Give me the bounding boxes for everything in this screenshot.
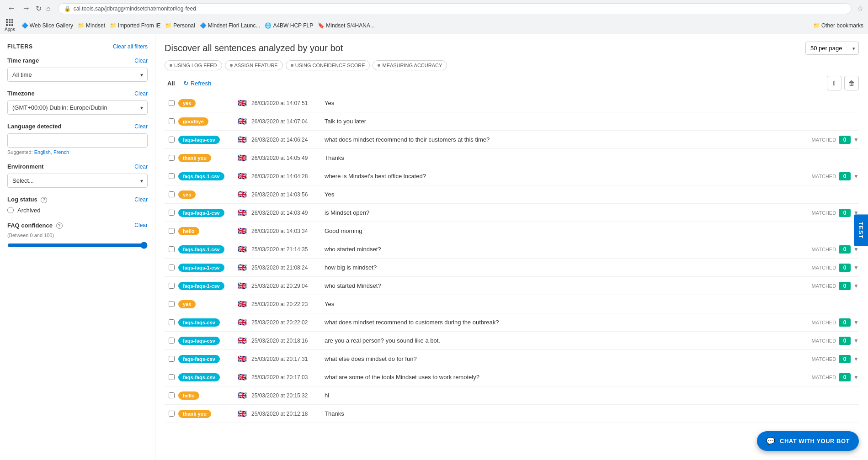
row-checkbox[interactable] (169, 283, 175, 289)
filter-tab-measuring-accuracy[interactable]: MEASURING ACCURACY (373, 60, 447, 70)
matched-chevron[interactable]: ▼ (853, 246, 859, 253)
row-checkbox[interactable] (169, 246, 175, 252)
filter-tab-measuring-accuracy-label: MEASURING ACCURACY (382, 63, 442, 68)
refresh-button[interactable]: ↻ Refresh (183, 79, 212, 87)
tag-label[interactable]: hello (178, 391, 199, 400)
archived-radio-label[interactable]: Archived (7, 207, 148, 214)
tag-label[interactable]: faqs-faqs-csv (178, 136, 220, 144)
time-range-select[interactable]: All time Last 24 hours Last 7 days Last … (7, 68, 148, 82)
tag-label[interactable]: goodbye (178, 117, 208, 126)
filter-tab-confidence-score[interactable]: USING CONFIDENCE SCORE (286, 60, 370, 70)
filter-tab-assign-feature[interactable]: ASSIGN FEATURE (225, 60, 283, 70)
row-tag: faqs-faqs-csv (178, 136, 233, 144)
matched-chevron[interactable]: ▼ (853, 283, 859, 289)
row-checkbox[interactable] (169, 264, 175, 270)
language-clear[interactable]: Clear (134, 123, 148, 130)
matched-chevron[interactable]: ▼ (853, 319, 859, 326)
language-input[interactable] (7, 133, 148, 148)
clear-all-filters-button[interactable]: Clear all filters (113, 43, 148, 50)
tag-label[interactable]: faqs-faqs-csv (178, 318, 220, 327)
tag-label[interactable]: faqs-faqs-1-csv (178, 282, 224, 290)
row-checkbox[interactable] (169, 338, 175, 344)
suggested-french[interactable]: French (53, 149, 69, 155)
row-tag: faqs-faqs-csv (178, 337, 233, 345)
time-range-clear[interactable]: Clear (134, 58, 148, 64)
matched-chevron[interactable]: ▼ (853, 137, 859, 143)
timezone-select[interactable]: (GMT+00:00) Dublin: Europe/Dublin (GMT+0… (7, 100, 148, 115)
filter-tab-log-feed[interactable]: USING LOG FEED (165, 60, 222, 70)
matched-chevron[interactable]: ▼ (853, 264, 859, 271)
matched-chevron[interactable]: ▼ (853, 173, 859, 180)
tag-label[interactable]: faqs-faqs-1-csv (178, 245, 224, 254)
tag-label[interactable]: yes (178, 300, 196, 308)
bookmark-web-slice[interactable]: 🔷 Web Slice Gallery (21, 22, 73, 29)
row-checkbox[interactable] (169, 228, 175, 234)
row-checkbox[interactable] (169, 137, 175, 143)
faq-confidence-slider[interactable] (7, 242, 148, 249)
tag-label[interactable]: thank you (178, 154, 211, 162)
chat-with-bot-button[interactable]: 💬 CHAT WITH YOUR BOT (757, 431, 859, 451)
row-checkbox[interactable] (169, 356, 175, 362)
matched-chevron[interactable]: ▼ (853, 338, 859, 344)
environment-select[interactable]: Select... Production Development Staging (7, 174, 148, 188)
row-checkbox[interactable] (169, 319, 175, 325)
tag-label[interactable]: faqs-faqs-csv (178, 355, 220, 363)
bookmark-fiori[interactable]: 🔷 Mindset Fiori Launc... (200, 22, 261, 29)
row-checkbox[interactable] (169, 173, 175, 179)
matched-label: MATCHED (812, 210, 836, 216)
row-checkbox[interactable] (169, 191, 175, 197)
row-time: 25/03/2020 at 21:14:35 (251, 246, 325, 253)
tag-label[interactable]: yes (178, 190, 196, 199)
test-button[interactable]: TEST (854, 214, 868, 246)
all-button[interactable]: All (165, 78, 178, 89)
row-checkbox[interactable] (169, 155, 175, 161)
matched-badge: 0 (839, 264, 851, 272)
tag-label[interactable]: faqs-faqs-1-csv (178, 264, 224, 272)
faq-confidence-help-icon[interactable]: ? (56, 222, 63, 229)
bookmark-s4hana[interactable]: 🔖 Mindset S/4HANA... (318, 22, 375, 29)
bookmark-mindset[interactable]: 📁 Mindset (78, 22, 105, 29)
bookmark-personal[interactable]: 📁 Personal (165, 22, 195, 29)
row-checkbox[interactable] (169, 210, 175, 216)
bookmark-star[interactable]: ☆ (857, 4, 863, 13)
tag-label[interactable]: thank you (178, 410, 211, 418)
tag-label[interactable]: yes (178, 99, 196, 107)
tag-label[interactable]: faqs-faqs-1-csv (178, 209, 224, 217)
apps-button[interactable]: Apps (5, 19, 15, 32)
row-checkbox[interactable] (169, 374, 175, 380)
row-checkbox[interactable] (169, 118, 175, 124)
upload-icon: ⇧ (831, 79, 837, 87)
row-message: what else does mindset do for fun? (325, 355, 812, 362)
upload-button[interactable]: ⇧ (827, 76, 841, 90)
matched-badge: 0 (839, 172, 851, 180)
tag-label[interactable]: faqs-faqs-csv (178, 337, 220, 345)
forward-button[interactable]: → (19, 3, 33, 14)
environment-clear[interactable]: Clear (134, 164, 148, 170)
back-button[interactable]: ← (5, 3, 18, 14)
row-checkbox[interactable] (169, 100, 175, 106)
bookmark-imported[interactable]: 📁 Imported From IE (110, 22, 160, 29)
row-checkbox[interactable] (169, 301, 175, 307)
per-page-select[interactable]: 25 per page 50 per page 100 per page (805, 42, 859, 55)
home-button[interactable]: ⌂ (44, 4, 53, 14)
reload-button[interactable]: ↻ (34, 3, 43, 14)
matched-chevron[interactable]: ▼ (853, 374, 859, 381)
address-bar-url[interactable]: cai.tools.sap/jdbragg/mindsetchat/monito… (74, 5, 196, 12)
log-status-clear[interactable]: Clear (134, 196, 148, 203)
faq-confidence-clear[interactable]: Clear (134, 222, 148, 228)
tag-label[interactable]: faqs-faqs-1-csv (178, 172, 224, 180)
timezone-clear[interactable]: Clear (134, 90, 148, 97)
log-status-help-icon[interactable]: ? (41, 197, 47, 203)
matched-chevron[interactable]: ▼ (853, 356, 859, 362)
tab-dot-4 (378, 64, 380, 67)
suggested-english[interactable]: English (34, 149, 51, 155)
bookmark-other[interactable]: 📁 Other bookmarks (813, 22, 863, 29)
row-checkbox[interactable] (169, 392, 175, 398)
log-row: thank you 🇬🇧 26/03/2020 at 14:05:49 Than… (165, 149, 859, 167)
tag-label[interactable]: hello (178, 227, 199, 235)
bookmark-a4bw[interactable]: 🌐 A4BW HCP FLP (265, 22, 313, 29)
tag-label[interactable]: faqs-faqs-csv (178, 373, 220, 381)
delete-button[interactable]: 🗑 (844, 76, 859, 90)
row-checkbox[interactable] (169, 411, 175, 417)
archived-radio[interactable] (7, 207, 14, 213)
